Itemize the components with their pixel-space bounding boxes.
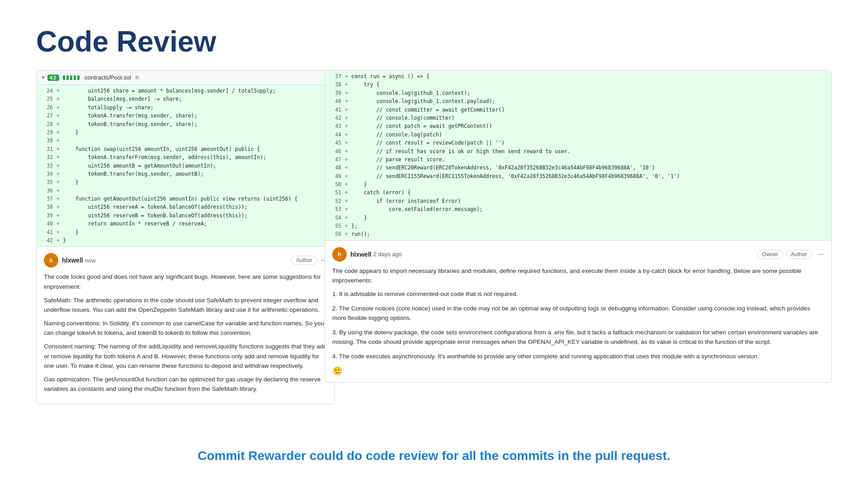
code-line: 42+ // console.log(committer) bbox=[325, 114, 831, 122]
line-content: tokenA.transferFrom(msg.sender, address(… bbox=[63, 153, 266, 161]
code-line: 33+ uint256 amountB = getAmountOut(amoun… bbox=[37, 162, 334, 170]
line-content: uint256 reserveA = tokenA.balanceOf(addr… bbox=[63, 203, 248, 211]
code-line: 43+ // const patch = await getPRContent(… bbox=[325, 122, 831, 130]
code-line: 38+ uint256 reserveA = tokenA.balanceOf(… bbox=[37, 203, 334, 211]
line-plus: + bbox=[345, 106, 351, 114]
line-number: 34 bbox=[40, 170, 53, 178]
line-number: 25 bbox=[40, 95, 53, 103]
line-content: try { bbox=[351, 80, 379, 89]
right-comment-suggestion: 4. The code executes asynchronously. It'… bbox=[332, 352, 824, 361]
line-plus: + bbox=[57, 120, 63, 128]
code-line: 41+ // const committer = await getCommit… bbox=[325, 106, 831, 114]
right-comment-time: 2 days ago bbox=[373, 251, 402, 258]
code-line: 48+ // sendERC20Reward(ERC20TokenAddress… bbox=[325, 164, 831, 172]
comment-suggestion: Naming conventions: In Solidity, it's co… bbox=[44, 319, 327, 338]
line-number: 30 bbox=[40, 136, 53, 145]
line-plus: + bbox=[57, 103, 63, 112]
line-number: 48 bbox=[329, 164, 341, 172]
line-content: catch (error) { bbox=[351, 188, 411, 197]
right-avatar: h bbox=[332, 247, 347, 262]
collapse-icon[interactable]: ▾ bbox=[42, 75, 45, 80]
emoji-reaction[interactable]: 🙂 bbox=[332, 366, 824, 376]
line-plus: + bbox=[345, 89, 351, 97]
line-content: tokenB.transfer(msg.sender, amountB); bbox=[63, 170, 204, 178]
left-comment-header: h hlxwell now Author ··· bbox=[44, 253, 327, 267]
line-number: 46 bbox=[329, 147, 341, 155]
line-plus: + bbox=[57, 145, 63, 153]
right-code-block: 37+const run = async () => {38+ try {39+… bbox=[325, 70, 831, 240]
code-line: 39+ console.log(github_1.context); bbox=[325, 89, 831, 97]
line-plus: + bbox=[345, 97, 351, 105]
line-number: 37 bbox=[329, 72, 341, 80]
line-content: // console.log(committer) bbox=[351, 114, 454, 122]
code-line: 40+ console.log(github_1.context.payload… bbox=[325, 97, 831, 105]
comment-suggestion: SafeMath: The arithmetic operations in t… bbox=[44, 296, 327, 315]
line-number: 27 bbox=[40, 112, 53, 120]
left-code-block: 24+ uint256 share = amount * balances[ms… bbox=[37, 85, 334, 246]
line-content: if (error instanceof Error) bbox=[351, 197, 461, 205]
code-line: 44+ // console.log(patch) bbox=[325, 131, 831, 139]
line-number: 41 bbox=[40, 228, 53, 236]
copy-icon[interactable]: ⎘ bbox=[136, 75, 139, 81]
line-content: core.setFailed(error.message); bbox=[351, 205, 483, 213]
line-plus: + bbox=[345, 164, 351, 172]
line-plus: + bbox=[57, 95, 63, 103]
code-line: 46+ // if result has score is ok or high… bbox=[325, 147, 831, 155]
line-number: 37 bbox=[40, 195, 53, 203]
line-number: 45 bbox=[329, 139, 341, 147]
code-line: 25+ balances[msg.sender] -= share; bbox=[37, 95, 334, 103]
line-content: // if result has score is ok or high the… bbox=[351, 147, 571, 155]
line-number: 32 bbox=[40, 153, 53, 161]
line-number: 33 bbox=[40, 162, 53, 170]
line-content: }; bbox=[351, 222, 358, 230]
code-line: 54+ } bbox=[325, 214, 831, 222]
line-plus: + bbox=[345, 180, 351, 188]
line-content: // parse result score. bbox=[351, 155, 445, 164]
line-plus: + bbox=[345, 172, 351, 180]
line-content: // console.log(patch) bbox=[351, 131, 442, 139]
code-line: 41+ } bbox=[37, 228, 334, 236]
line-content: tokenB.transfer(msg.sender, share); bbox=[63, 120, 198, 128]
code-line: 31+ function swap(uint256 amountIn, uint… bbox=[37, 145, 334, 153]
line-content: console.log(github_1.context.payload); bbox=[351, 97, 495, 105]
line-plus: + bbox=[345, 230, 351, 238]
code-line: 30+ bbox=[37, 136, 334, 145]
line-number: 29 bbox=[40, 128, 53, 136]
code-line: 53+ core.setFailed(error.message); bbox=[325, 205, 831, 213]
line-content: function swap(uint256 amountIn, uint256 … bbox=[63, 145, 260, 153]
right-comment-suggestion: 2. The Console notices (core.notice) use… bbox=[332, 304, 824, 323]
line-number: 51 bbox=[329, 188, 341, 197]
line-plus: + bbox=[57, 128, 63, 136]
code-line: 37+const run = async () => { bbox=[325, 72, 831, 80]
bottom-tagline: Commit Rewarder could do code review for… bbox=[0, 449, 868, 463]
line-plus: + bbox=[345, 188, 351, 197]
line-number: 54 bbox=[329, 214, 341, 222]
line-plus: + bbox=[345, 197, 351, 205]
line-number: 36 bbox=[40, 187, 53, 195]
line-content: console.log(github_1.context); bbox=[351, 89, 470, 97]
code-line: 51+ catch (error) { bbox=[325, 188, 831, 197]
line-plus: + bbox=[57, 136, 63, 145]
code-line: 37+ function getAmountOut(uint256 amount… bbox=[37, 195, 334, 203]
line-content: tokenA.transfer(msg.sender, share); bbox=[63, 112, 198, 120]
right-commenter-name: hlxwell bbox=[350, 251, 372, 258]
code-line: 39+ uint256 reserveB = tokenB.balanceOf(… bbox=[37, 211, 334, 220]
line-plus: + bbox=[57, 178, 63, 186]
comment-suggestion: Consistent naming: The naming of the add… bbox=[44, 342, 327, 371]
line-plus: + bbox=[57, 187, 63, 195]
right-comment-body: The code appears to import necessary lib… bbox=[332, 266, 824, 361]
code-line: 32+ tokenA.transferFrom(msg.sender, addr… bbox=[37, 153, 334, 161]
left-code-panel: ▾ 42 contracts/Pool.sol ⎘ 24+ uint256 sh… bbox=[36, 70, 335, 404]
line-number: 24 bbox=[40, 87, 53, 95]
line-number: 31 bbox=[40, 145, 53, 153]
line-content: uint256 share = amount * balances[msg.se… bbox=[63, 87, 276, 95]
left-comment-panel: h hlxwell now Author ··· The code looks … bbox=[37, 246, 334, 404]
line-content: const run = async () => { bbox=[351, 72, 429, 80]
line-plus: + bbox=[345, 155, 351, 164]
line-number: 50 bbox=[329, 180, 341, 188]
right-more-button[interactable]: ··· bbox=[818, 250, 824, 258]
right-owner-badge: Owner bbox=[757, 250, 783, 259]
line-plus: + bbox=[57, 87, 63, 95]
line-number: 38 bbox=[40, 203, 53, 211]
line-number: 40 bbox=[40, 220, 53, 228]
